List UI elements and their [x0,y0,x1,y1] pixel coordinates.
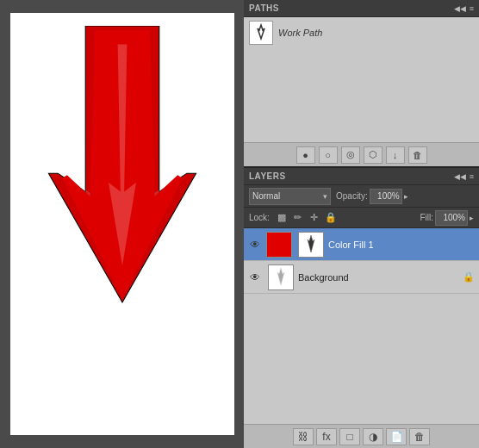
new-layer-btn[interactable]: 📄 [386,428,407,445]
fill-input[interactable] [435,210,468,226]
lock-position-btn[interactable]: ✛ [308,211,321,225]
layer-name-background: Background [298,272,458,283]
layer-mask-thumb-colorfill [298,232,324,258]
layer-thumb-colorfill [266,232,292,258]
blend-mode-select[interactable]: Normal Multiply Screen Overlay [249,188,331,205]
link-layers-btn[interactable]: ⛓ [293,428,314,445]
layers-panel-header: LAYERS ◀◀ ≡ [244,168,479,185]
canvas-area [0,0,244,448]
blend-mode-wrapper: Normal Multiply Screen Overlay [249,188,331,205]
paths-panel-header: PATHS ◀◀ ≡ [244,0,479,17]
bg-thumb-svg [270,266,292,289]
layers-toolbar: ⛓ fx □ ◑ 📄 🗑 [244,424,479,448]
layer-name-colorfill: Color Fill 1 [328,240,475,250]
layers-panel-controls: ◀◀ ≡ [454,172,474,181]
opacity-label: Opacity: [336,191,368,201]
layer-effects-btn[interactable]: fx [316,428,337,445]
paths-expand-btn[interactable]: ◀◀ [454,4,466,13]
work-path-item[interactable]: Work Path [244,17,479,48]
paths-menu-btn[interactable]: ≡ [470,4,474,13]
fill-row: Fill: ▸ [420,210,474,226]
paths-content: Work Path [244,17,479,142]
layers-menu-btn[interactable]: ≡ [470,172,474,181]
path-label: Work Path [278,28,322,38]
path-thumbnail [249,21,273,45]
layers-expand-btn[interactable]: ◀◀ [454,172,466,181]
layer-thumb-red-fill [267,233,291,257]
lock-fill-row: Lock: ▩ ✏ ✛ 🔒 Fill: ▸ [244,208,479,228]
paths-panel-controls: ◀◀ ≡ [454,4,474,13]
path-stroke-btn[interactable]: ○ [319,146,338,164]
layers-list: 👁 Color Fill 1 👁 [244,228,479,424]
layer-item-background[interactable]: 👁 Background 🔒 [244,261,479,294]
layer-item-color-fill[interactable]: 👁 Color Fill 1 [244,228,479,261]
background-lock-badge: 🔒 [463,271,475,283]
arrow-artwork [28,26,217,422]
lock-all-btn[interactable]: 🔒 [324,211,338,225]
visibility-icon-background[interactable]: 👁 [248,271,262,284]
opacity-chevron[interactable]: ▸ [404,192,408,201]
add-mask-btn[interactable]: □ [339,428,360,445]
path-fill-btn[interactable]: ● [296,146,315,164]
path-delete-btn[interactable]: 🗑 [408,146,427,164]
right-panel: PATHS ◀◀ ≡ Work Path ● ○ ◎ ⬡ ↓ 🗑 [244,0,479,448]
delete-layer-btn[interactable]: 🗑 [409,428,430,445]
lock-paint-btn[interactable]: ✏ [291,211,305,225]
lock-transparent-btn[interactable]: ▩ [275,211,289,225]
lock-label: Lock: [249,213,270,222]
layers-title: LAYERS [249,171,286,181]
paths-toolbar: ● ○ ◎ ⬡ ↓ 🗑 [244,142,479,166]
layers-panel: Normal Multiply Screen Overlay Opacity: … [244,185,479,448]
paths-title: PATHS [249,3,279,13]
opacity-row: Opacity: ▸ [336,189,408,204]
path-mask-btn[interactable]: ⬡ [364,146,383,164]
opacity-input[interactable] [370,189,402,204]
layer-mask-thumb-background [268,264,294,290]
visibility-icon-colorfill[interactable]: 👁 [248,238,262,252]
fill-label: Fill: [420,213,433,222]
blend-opacity-row: Normal Multiply Screen Overlay Opacity: … [244,185,479,208]
path-selection-btn[interactable]: ◎ [341,146,360,164]
paths-panel: Work Path ● ○ ◎ ⬡ ↓ 🗑 [244,17,479,168]
fill-chevron[interactable]: ▸ [470,214,474,222]
adjustment-layer-btn[interactable]: ◑ [363,428,383,445]
mask-thumb-svg [300,233,322,256]
path-thumb-svg [252,23,271,42]
canvas [10,13,234,435]
path-new-btn[interactable]: ↓ [386,146,405,164]
lock-icons: ▩ ✏ ✛ 🔒 [275,211,338,225]
